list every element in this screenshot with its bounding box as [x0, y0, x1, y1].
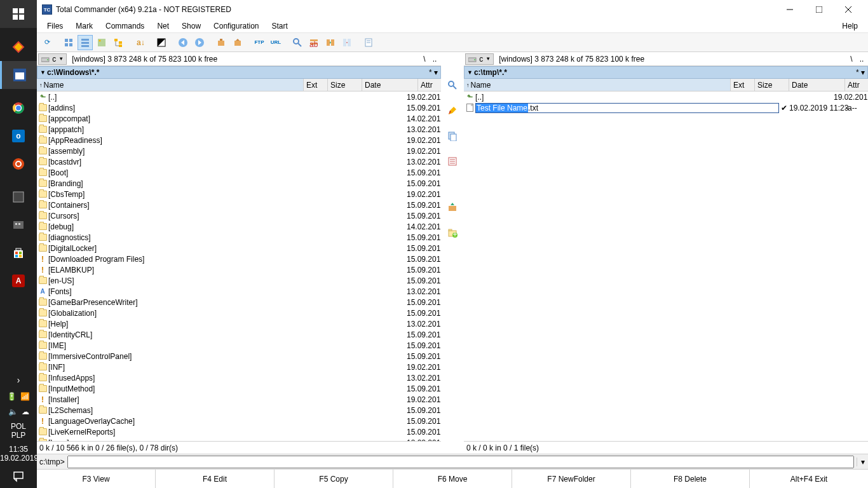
file-row[interactable]: [IdentityCRL]15.09.2018 09:33----: [37, 329, 441, 340]
menu-start[interactable]: Start: [265, 20, 294, 32]
left-favorites-icon[interactable]: * ▾: [429, 68, 438, 77]
col-size[interactable]: Size: [755, 79, 789, 91]
col-ext[interactable]: Ext: [304, 79, 328, 91]
file-row[interactable]: [ImmersiveControlPanel]15.09.2018 18:43r…: [37, 351, 441, 362]
file-row[interactable]: [assembly]19.02.2019 11:14r---: [37, 146, 441, 156]
fn-exit[interactable]: Alt+F4 Exit: [750, 470, 868, 488]
rename-confirm-icon[interactable]: ✔: [779, 104, 789, 112]
file-row[interactable]: [IME]15.09.2018 18:43----: [37, 340, 441, 351]
taskbar-clock[interactable]: 11:3519.02.2019: [0, 442, 37, 465]
file-row[interactable]: [INF]19.02.2019 11:07----: [37, 362, 441, 372]
file-row[interactable]: ![ELAMBKUP]15.09.2018 09:33--h-: [37, 264, 441, 275]
tb-search-icon[interactable]: [290, 35, 305, 50]
taskbar-outlook[interactable]: o: [0, 122, 37, 150]
file-row[interactable]: [Help]13.02.2019 14:48----: [37, 318, 441, 329]
file-row[interactable]: [InputMethod]15.09.2018 09:33----: [37, 383, 441, 394]
sep-newfolder-icon[interactable]: +: [445, 225, 460, 240]
sep-edit-icon[interactable]: [445, 103, 460, 118]
tb-view-tree-icon[interactable]: [111, 35, 126, 50]
file-row[interactable]: [diagnostics]15.09.2018 09:33----: [37, 232, 441, 243]
fn-edit[interactable]: F4 Edit: [156, 470, 275, 488]
col-date[interactable]: Date: [789, 79, 845, 91]
taskbar-app-1[interactable]: [0, 33, 37, 61]
left-drive-button[interactable]: c▼: [38, 53, 67, 65]
file-row[interactable]: ![Downloaded Program Files]15.09.2018 09…: [37, 254, 441, 264]
right-root-button[interactable]: \: [846, 55, 857, 64]
file-row[interactable]: [Containers]15.09.2018 09:33----: [37, 200, 441, 210]
file-row[interactable]: [CbsTemp]19.02.2019 10:55----: [37, 189, 441, 200]
file-row[interactable]: [apppatch]13.02.2019 14:45----: [37, 124, 441, 135]
tb-compare-icon[interactable]: [339, 35, 355, 50]
menu-mark[interactable]: Mark: [69, 20, 99, 32]
menu-net[interactable]: Net: [151, 20, 175, 32]
menu-help[interactable]: Help: [836, 20, 864, 32]
file-row[interactable]: [Globalization]15.09.2018 09:33----: [37, 308, 441, 318]
right-up-button[interactable]: ..: [857, 55, 867, 64]
right-favorites-icon[interactable]: * ▾: [856, 68, 865, 77]
tb-view-brief-icon[interactable]: [61, 35, 76, 50]
taskbar-tray-icons-2[interactable]: 🔈 ☁: [0, 404, 37, 419]
sep-search-icon[interactable]: [445, 78, 460, 93]
file-row[interactable]: A[Fonts]13.02.2019 14:59r--s: [37, 286, 441, 297]
tb-pack-icon[interactable]: [214, 35, 229, 50]
fn-copy[interactable]: F5 Copy: [275, 470, 393, 488]
file-row-rename[interactable]: Test File Name.txt✔19.02.2019 11:23-a--: [464, 102, 868, 113]
tb-back-icon[interactable]: [175, 35, 191, 50]
col-name[interactable]: ↑Name: [37, 79, 304, 91]
col-size[interactable]: Size: [328, 79, 362, 91]
tb-ftp-icon[interactable]: FTP: [252, 35, 267, 50]
rename-input[interactable]: Test File Name.txt: [475, 103, 779, 113]
menu-configuration[interactable]: Configuration: [207, 20, 265, 32]
tb-url-icon[interactable]: URL: [268, 35, 283, 50]
tb-forward-icon[interactable]: [192, 35, 207, 50]
col-attr[interactable]: Attr: [845, 79, 868, 91]
col-name[interactable]: ↑Name: [464, 79, 731, 91]
col-ext[interactable]: Ext: [731, 79, 755, 91]
fn-view[interactable]: F3 View: [37, 470, 156, 488]
tb-refresh-icon[interactable]: ⟳: [39, 35, 55, 50]
tb-multirename-icon[interactable]: ab: [306, 35, 322, 50]
start-button[interactable]: [0, 0, 37, 28]
close-button[interactable]: [834, 0, 863, 19]
file-row[interactable]: [addins]15.09.2018 09:33----: [37, 102, 441, 113]
left-up-button[interactable]: ..: [430, 55, 440, 64]
col-date[interactable]: Date: [362, 79, 418, 91]
file-row[interactable]: [L2Schemas]15.09.2018 09:33----: [37, 405, 441, 416]
taskbar-lang[interactable]: POLPLP: [0, 419, 37, 442]
fn-delete[interactable]: F8 Delete: [631, 470, 750, 488]
file-row[interactable]: [DigitalLocker]15.09.2018 18:43----: [37, 243, 441, 254]
tb-unpack-icon[interactable]: [230, 35, 245, 50]
taskbar-expand-icon[interactable]: ›: [0, 371, 37, 389]
file-row[interactable]: ![LanguageOverlayCache]15.09.2018 09:33-…: [37, 416, 441, 426]
taskbar-app-6[interactable]: [0, 183, 37, 211]
cmd-input[interactable]: [67, 456, 854, 468]
taskbar-tray-icons[interactable]: 🔋 📶: [0, 389, 37, 404]
file-row[interactable]: [Boot]15.09.2018 09:33----: [37, 167, 441, 178]
menu-files[interactable]: Files: [41, 20, 69, 32]
file-row[interactable]: [LiveKernelReports]15.09.2018 09:33----: [37, 426, 441, 437]
taskbar-acrobat[interactable]: A: [0, 267, 37, 295]
maximize-button[interactable]: [804, 0, 834, 19]
sep-copy-icon[interactable]: [445, 128, 460, 144]
taskbar-totalcommander[interactable]: [0, 61, 37, 89]
taskbar-chrome[interactable]: [0, 94, 37, 122]
fn-newfolder[interactable]: F7 NewFolder: [512, 470, 631, 488]
col-attr[interactable]: Attr: [418, 79, 441, 91]
file-row[interactable]: [appcompat]14.02.2019 09:38----: [37, 113, 441, 124]
file-row[interactable]: [Cursors]15.09.2018 09:33----: [37, 210, 441, 221]
taskbar-app-7[interactable]: [0, 211, 37, 239]
file-row[interactable]: [debug]14.02.2019 09:35----: [37, 221, 441, 232]
right-filelist[interactable]: ⬑[..]19.02.2019 11:23----Test File Name.…: [464, 92, 868, 441]
file-row[interactable]: ![Installer]19.02.2019 11:14--hs: [37, 394, 441, 405]
tb-invert-icon[interactable]: [154, 35, 169, 50]
sep-pack-icon[interactable]: [445, 200, 460, 215]
file-row[interactable]: [GameBarPresenceWriter]15.09.2018 09:33-…: [37, 297, 441, 308]
sep-props-icon[interactable]: [445, 154, 460, 169]
left-root-button[interactable]: \: [419, 55, 430, 64]
left-pathbar[interactable]: ▼ c:\Windows\*.* * ▾: [37, 66, 441, 79]
tb-sync-icon[interactable]: [323, 35, 338, 50]
file-row[interactable]: [InfusedApps]13.02.2019 14:56----: [37, 372, 441, 383]
menu-commands[interactable]: Commands: [99, 20, 151, 32]
cmd-history-dropdown[interactable]: ▾: [857, 458, 868, 466]
tb-view-thumbs-icon[interactable]: [94, 35, 109, 50]
